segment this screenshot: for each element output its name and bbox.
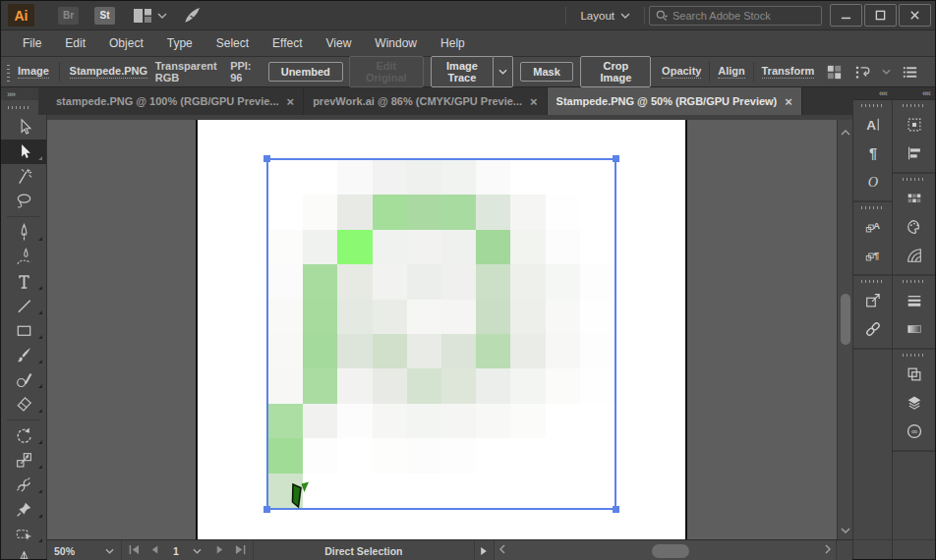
links-panel-button[interactable]: [856, 314, 890, 343]
horizontal-scrollbar[interactable]: [495, 540, 837, 560]
curvature-tool[interactable]: [1, 245, 46, 269]
export-panel-panel-button[interactable]: [856, 286, 890, 314]
menu-effect[interactable]: Effect: [261, 30, 314, 56]
close-button[interactable]: [899, 4, 931, 27]
status-options-arrow[interactable]: [475, 540, 495, 560]
menu-window[interactable]: Window: [363, 30, 429, 56]
artboard-number-dropdown[interactable]: 1: [169, 545, 205, 557]
horizontal-scroll-thumb[interactable]: [652, 544, 689, 558]
paintbrush-tool[interactable]: [1, 343, 46, 367]
scroll-down-arrow[interactable]: [841, 524, 850, 535]
select-similar-icon[interactable]: [848, 63, 877, 82]
panel-group-drag-handle[interactable]: [903, 354, 926, 357]
panel-group-drag-handle[interactable]: [861, 280, 885, 283]
align-panel-panel-button[interactable]: [898, 139, 931, 167]
scale-tool[interactable]: [1, 448, 46, 473]
transform-link[interactable]: Transform: [762, 65, 815, 79]
tab-close-button[interactable]: ×: [785, 95, 792, 108]
vertical-scrollbar[interactable]: [837, 120, 852, 539]
stroke-panel-button[interactable]: [898, 286, 931, 314]
alignment-grid-icon[interactable]: [820, 63, 848, 82]
character-panel-button[interactable]: A: [856, 110, 890, 139]
menu-view[interactable]: View: [315, 30, 364, 56]
share-rocket-icon[interactable]: [183, 6, 202, 25]
tools-drag-handle[interactable]: [1, 100, 38, 115]
tab-close-button[interactable]: ×: [530, 95, 538, 108]
document-tab-3[interactable]: Stampede.PNG @ 50% (RGB/GPU Preview)×: [548, 87, 802, 115]
rectangle-tool[interactable]: [1, 318, 46, 343]
panel-group-drag-handle[interactable]: [861, 104, 885, 107]
menu-select[interactable]: Select: [205, 30, 261, 56]
maximize-button[interactable]: [864, 4, 897, 27]
selection-anchor-bottom-right[interactable]: [613, 506, 619, 513]
menu-file[interactable]: File: [11, 30, 53, 56]
menu-type[interactable]: Type: [155, 30, 205, 56]
panel-group-drag-handle[interactable]: [903, 104, 926, 107]
panel-drag-handle[interactable]: [7, 62, 10, 82]
unembed-button[interactable]: Unembed: [268, 62, 343, 82]
free-transform-tool[interactable]: [1, 473, 46, 497]
cc-libraries-panel-button[interactable]: ∞: [898, 417, 931, 445]
panel-group-drag-handle[interactable]: [861, 206, 885, 209]
menu-help[interactable]: Help: [429, 30, 477, 56]
menu-edit[interactable]: Edit: [53, 30, 97, 56]
selection-anchor-top-right[interactable]: [613, 155, 619, 162]
image-trace-options-chevron[interactable]: [494, 56, 513, 87]
stock-search-box[interactable]: [649, 6, 822, 26]
previous-artboard-button[interactable]: [149, 544, 160, 557]
panel-group-drag-handle[interactable]: [903, 178, 926, 181]
line-segment-tool[interactable]: [1, 294, 46, 318]
direct-selection-tool[interactable]: [1, 140, 46, 164]
chevron-down-icon[interactable]: [877, 69, 896, 75]
panel-menu-icon[interactable]: [896, 63, 924, 82]
align-link[interactable]: Align: [718, 65, 745, 79]
last-artboard-button[interactable]: [234, 544, 247, 557]
scroll-left-arrow[interactable]: [499, 544, 505, 556]
dock-expand-toggle[interactable]: ««: [893, 87, 935, 100]
chevron-down-icon[interactable]: [157, 13, 167, 19]
next-artboard-button[interactable]: [214, 544, 225, 557]
opentype-panel-button[interactable]: O: [856, 167, 890, 196]
panel-group-drag-handle[interactable]: [903, 280, 926, 283]
scroll-right-arrow[interactable]: [825, 544, 831, 556]
first-artboard-button[interactable]: [128, 544, 141, 557]
gradient-panel-button[interactable]: [898, 314, 931, 343]
filename-link[interactable]: Stampede.PNG: [70, 65, 147, 79]
eraser-tool[interactable]: [1, 392, 46, 417]
workspace-switcher[interactable]: Layout: [566, 1, 644, 29]
pasteboard[interactable]: [47, 120, 837, 539]
document-tab-2[interactable]: prevWork.ai @ 86% (CMYK/GPU Previe...×: [304, 87, 547, 115]
status-tool-display[interactable]: Direct Selection: [254, 540, 475, 560]
search-input[interactable]: [673, 10, 816, 22]
dock-expand-toggle[interactable]: ««: [853, 87, 892, 100]
crop-image-button[interactable]: Crop Image: [580, 56, 651, 87]
pen-tool[interactable]: [1, 220, 46, 245]
tools-expand-toggle[interactable]: »»: [1, 87, 38, 100]
tab-close-button[interactable]: ×: [287, 95, 295, 108]
opacity-link[interactable]: Opacity: [662, 65, 701, 79]
rotate-tool[interactable]: [1, 423, 46, 448]
selection-anchor-bottom-left[interactable]: [263, 506, 270, 513]
bridge-button[interactable]: Br: [58, 7, 79, 25]
scroll-up-arrow[interactable]: [841, 126, 850, 138]
color-guide-panel-button[interactable]: [898, 241, 931, 269]
selection-anchor-top-left[interactable]: [263, 155, 270, 162]
magic-wand-tool[interactable]: [1, 164, 46, 189]
shape-builder-tool[interactable]: [1, 522, 46, 546]
shaper-tool[interactable]: [1, 367, 46, 392]
selected-placed-image[interactable]: [266, 158, 616, 510]
document-tab-1[interactable]: stampede.PNG @ 100% (RGB/GPU Previe...×: [47, 87, 304, 115]
swatches-panel-button[interactable]: [898, 184, 931, 212]
selection-tool[interactable]: [1, 115, 46, 140]
color-panel-button[interactable]: [898, 212, 931, 241]
layers-panel-button[interactable]: [898, 388, 931, 417]
zoom-level-dropdown[interactable]: 50%: [47, 540, 122, 560]
mask-button[interactable]: Mask: [520, 62, 573, 82]
paragraph-panel-button[interactable]: ¶: [856, 139, 890, 167]
perspective-grid-tool[interactable]: [1, 546, 46, 559]
menu-object[interactable]: Object: [97, 30, 155, 56]
paragraph-styles-panel-button[interactable]: ¶: [856, 241, 890, 269]
minimize-button[interactable]: [830, 4, 862, 27]
image-trace-button[interactable]: Image Trace: [431, 56, 493, 87]
type-tool[interactable]: [1, 269, 46, 294]
